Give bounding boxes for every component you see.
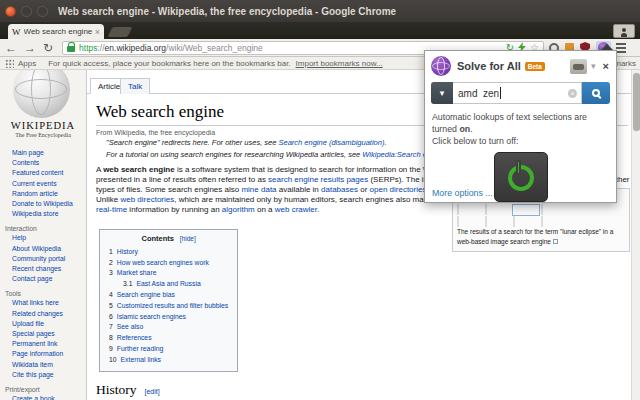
toc-hide-link[interactable]: [hide] <box>180 235 196 242</box>
chrome-menu-icon[interactable] <box>616 43 626 45</box>
search-query-text: amd zen <box>458 88 499 99</box>
toc-item[interactable]: 3.1East Asia and Russia <box>123 279 228 290</box>
window-close-button[interactable] <box>5 6 16 17</box>
tab-close-icon[interactable]: × <box>95 27 100 37</box>
table-of-contents: Contents [hide] 1History 2How web search… <box>99 229 238 372</box>
sidebar-item-help[interactable]: Help <box>12 233 86 243</box>
sidebar-item-about[interactable]: About Wikipedia <box>12 244 86 254</box>
reload-icon[interactable]: ↻ <box>43 40 53 56</box>
text-caret <box>500 87 501 99</box>
scrollbar-thumb[interactable] <box>633 73 640 131</box>
sidebar-item-what-links-here[interactable]: What links here <box>12 298 86 308</box>
sidebar-item-donate[interactable]: Donate to Wikipedia <box>12 199 86 209</box>
import-bookmarks-link[interactable]: Import bookmarks now... <box>296 59 383 68</box>
sidebar-item-current-events[interactable]: Current events <box>12 179 86 189</box>
solve-for-all-popup: Solve for All Beta ▾ × ▾ amd zen × Autom… <box>424 50 617 203</box>
solve-for-all-logo-icon <box>431 56 451 76</box>
new-tab-button[interactable] <box>108 27 133 37</box>
popup-arrow <box>601 44 613 50</box>
sidebar-item-featured-content[interactable]: Featured content <box>12 168 86 178</box>
wikipedia-logo-tagline: The Free Encyclopedia <box>0 132 86 138</box>
thumbnail-image[interactable] <box>485 205 511 215</box>
section-heading-history: History[edit] <box>96 382 630 400</box>
toc-item[interactable]: 4Search engine bias <box>109 290 228 301</box>
search-input[interactable]: amd zen × <box>453 82 582 104</box>
sidebar-item-store[interactable]: Wikipedia store <box>12 209 86 219</box>
sidebar-item-contents[interactable]: Contents <box>12 158 86 168</box>
wikipedia-wordmark: WIKIPEDIA <box>0 120 86 131</box>
sidebar-item-main-page[interactable]: Main page <box>12 148 86 158</box>
toc-item[interactable]: 5Customized results and filter bubbles <box>109 301 228 312</box>
apps-grid-icon[interactable] <box>5 59 14 68</box>
browser-tab[interactable]: W Web search engine × <box>8 24 104 39</box>
toc-item[interactable]: 6Islamic search engines <box>109 312 228 323</box>
page-scrollbar <box>631 70 640 400</box>
toc-item[interactable]: 2How web search engines work <box>109 258 228 269</box>
sidebar-heading-tools: Tools <box>5 290 86 297</box>
profile-switcher-button[interactable] <box>613 24 635 38</box>
wikipedia-sidebar: WIKIPEDIA The Free Encyclopedia Main pag… <box>0 70 86 400</box>
sidebar-item-create-a-book[interactable]: Create a book <box>12 394 86 400</box>
sidebar-item-permanent-link[interactable]: Permanent link <box>12 339 86 349</box>
thumbnail-image[interactable] <box>457 205 483 215</box>
wikipedia-globe-logo[interactable] <box>13 70 70 118</box>
sidebar-item-upload-file[interactable]: Upload file <box>12 319 86 329</box>
sidebar-item-contact[interactable]: Contact page <box>12 274 86 284</box>
back-icon[interactable]: ← <box>5 40 17 56</box>
toc-item[interactable]: 1History <box>109 247 228 258</box>
sidebar-heading-print-export: Print/export <box>5 386 86 393</box>
window-title: Web search engine - Wikipedia, the free … <box>58 6 396 17</box>
search-button[interactable] <box>582 82 610 104</box>
thumbnail-image-selected[interactable] <box>513 205 539 215</box>
search-category-dropdown[interactable]: ▾ <box>431 82 453 104</box>
sidebar-item-wikidata-item[interactable]: Wikidata item <box>12 360 86 370</box>
popup-title: Solve for All <box>457 60 521 72</box>
chevron-down-icon: ▾ <box>440 88 445 98</box>
sidebar-item-recent-changes[interactable]: Recent changes <box>12 264 86 274</box>
thumbnail-image[interactable] <box>485 217 511 227</box>
https-lock-icon <box>67 46 75 52</box>
wikipedia-favicon-icon: W <box>12 27 21 37</box>
power-icon <box>508 165 534 191</box>
thumbnail-image[interactable] <box>541 217 567 227</box>
sidebar-item-random-article[interactable]: Random article <box>12 189 86 199</box>
window-titlebar: Web search engine - Wikipedia, the free … <box>0 0 640 22</box>
window-maximize-button[interactable] <box>37 6 48 17</box>
toc-item[interactable]: 10External links <box>109 355 228 366</box>
tab-talk[interactable]: Talk <box>120 78 150 94</box>
sidebar-item-cite-this-page[interactable]: Cite this page <box>12 370 86 380</box>
sidebar-heading-interaction: Interaction <box>5 225 86 232</box>
thumbnail-image[interactable] <box>513 217 539 227</box>
toggle-lookups-power-button[interactable] <box>494 152 548 202</box>
sidebar-item-special-pages[interactable]: Special pages <box>12 329 86 339</box>
window-minimize-button[interactable] <box>21 6 32 17</box>
toc-item[interactable]: 9Further reading <box>109 344 228 355</box>
account-avatar[interactable] <box>570 59 587 74</box>
beta-badge: Beta <box>525 62 545 71</box>
toc-item[interactable]: 8References <box>109 333 228 344</box>
toc-title: Contents <box>141 234 174 243</box>
image-caption: The results of a search for the term "lu… <box>457 228 613 245</box>
external-link-icon <box>553 239 558 244</box>
sidebar-item-community-portal[interactable]: Community portal <box>12 254 86 264</box>
tab-strip: W Web search engine × <box>0 22 640 39</box>
tab-title: Web search engine <box>24 27 93 36</box>
bookmarks-hint: For quick access, place your bookmarks h… <box>48 59 290 68</box>
lookup-status-text: Automatic lookups of text selections are… <box>432 111 609 147</box>
sidebar-item-page-information[interactable]: Page information <box>12 349 86 359</box>
apps-label[interactable]: Apps <box>18 59 36 68</box>
more-options-link[interactable]: More options ... <box>432 188 493 198</box>
sidebar-item-related-changes[interactable]: Related changes <box>12 309 86 319</box>
magnifier-icon <box>592 89 600 97</box>
thumbnail-image[interactable] <box>541 205 567 215</box>
edit-section-link[interactable]: [edit] <box>145 388 160 395</box>
toc-item[interactable]: 7See also <box>109 322 228 333</box>
thumbnail-image[interactable] <box>457 217 483 227</box>
account-chevron-down-icon[interactable]: ▾ <box>591 61 596 71</box>
forward-icon[interactable]: → <box>24 40 36 56</box>
clear-input-icon[interactable]: × <box>568 89 577 98</box>
popup-close-icon[interactable]: × <box>603 60 609 72</box>
user-icon <box>621 33 627 37</box>
toc-item[interactable]: 3Market share <box>109 268 228 279</box>
